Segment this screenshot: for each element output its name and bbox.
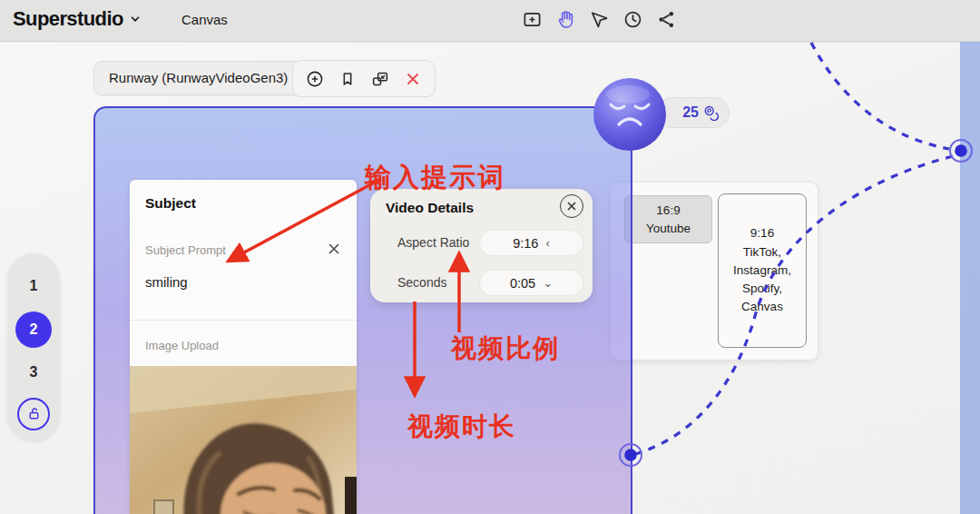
step-3[interactable]: 3 bbox=[15, 354, 52, 390]
seconds-value: 0:05 bbox=[510, 276, 535, 291]
close-icon[interactable] bbox=[403, 68, 424, 89]
aspect-reference-card: 16:9 Youtube 9:16 TikTok, Instagram, Spo… bbox=[610, 182, 818, 361]
node-header: Runway (RunwayVideoGen3) bbox=[93, 61, 436, 95]
history-icon[interactable] bbox=[622, 8, 644, 31]
coins-icon bbox=[703, 105, 719, 121]
app-menu[interactable]: Superstudio bbox=[13, 7, 142, 31]
cursor-icon[interactable] bbox=[588, 8, 611, 31]
chevron-down-icon bbox=[129, 13, 142, 25]
aspect-option-16-9[interactable]: 16:9 Youtube bbox=[624, 195, 712, 243]
subject-card-title: Subject bbox=[145, 195, 196, 212]
divider bbox=[130, 320, 357, 321]
subject-prompt-value[interactable]: smiling bbox=[145, 274, 188, 290]
bookmark-icon[interactable] bbox=[338, 68, 358, 89]
credits-badge: 25 bbox=[657, 97, 730, 128]
pip-icon[interactable] bbox=[370, 68, 391, 89]
add-frame-icon[interactable] bbox=[521, 8, 544, 31]
unlock-icon[interactable] bbox=[17, 398, 50, 430]
node-actions bbox=[292, 60, 436, 97]
close-panel-icon[interactable] bbox=[560, 194, 583, 218]
subject-card: Subject Subject Prompt smiling Image Upl… bbox=[130, 180, 357, 514]
neighbor-frame-edge[interactable] bbox=[960, 42, 980, 514]
connector-curve-top bbox=[811, 43, 949, 149]
aspect-option-9-16[interactable]: 9:16 TikTok, Instagram, Spotify, Canvas bbox=[718, 193, 807, 348]
chevron-down-icon: ⌄ bbox=[543, 276, 553, 290]
uploaded-photo[interactable] bbox=[130, 366, 357, 514]
breadcrumb: Canvas bbox=[181, 12, 228, 27]
step-1[interactable]: 1 bbox=[15, 268, 52, 304]
seconds-select[interactable]: 0:05 ⌄ bbox=[480, 271, 583, 295]
app-logo: Superstudio bbox=[13, 7, 123, 31]
steps-sidebar: 1 2 3 bbox=[7, 253, 60, 441]
aspect-ratio-label: Aspect Ratio bbox=[397, 235, 469, 250]
credits-value: 25 bbox=[682, 104, 699, 121]
annotation-prompt: 输入提示词 bbox=[365, 160, 505, 196]
annotation-ratio: 视频比例 bbox=[451, 331, 560, 366]
annotation-duration: 视频时长 bbox=[407, 410, 516, 444]
subject-prompt-label: Subject Prompt bbox=[145, 243, 226, 257]
top-bar: Superstudio Canvas bbox=[0, 0, 980, 42]
step-2-active[interactable]: 2 bbox=[15, 311, 52, 348]
node-title: Runway (RunwayVideoGen3) bbox=[109, 70, 304, 85]
video-details-title: Video Details bbox=[386, 200, 474, 216]
aspect-ratio-select[interactable]: 9:16 ‹ bbox=[480, 231, 583, 255]
sad-face-emoji[interactable] bbox=[592, 76, 668, 153]
share-icon[interactable] bbox=[655, 8, 678, 31]
chevron-left-icon: ‹ bbox=[545, 236, 549, 250]
seconds-label: Seconds bbox=[397, 275, 446, 290]
add-circle-icon[interactable] bbox=[305, 68, 326, 89]
video-details-panel: Video Details Aspect Ratio 9:16 ‹ Second… bbox=[370, 189, 593, 302]
canvas-toolbar bbox=[521, 8, 678, 31]
hand-icon[interactable] bbox=[554, 8, 577, 31]
image-upload-label: Image Upload bbox=[145, 339, 219, 352]
clear-prompt-icon[interactable] bbox=[325, 240, 343, 258]
aspect-ratio-value: 9:16 bbox=[513, 236, 538, 251]
app-screen: 16:9 Youtube 9:16 TikTok, Instagram, Spo… bbox=[0, 0, 980, 514]
